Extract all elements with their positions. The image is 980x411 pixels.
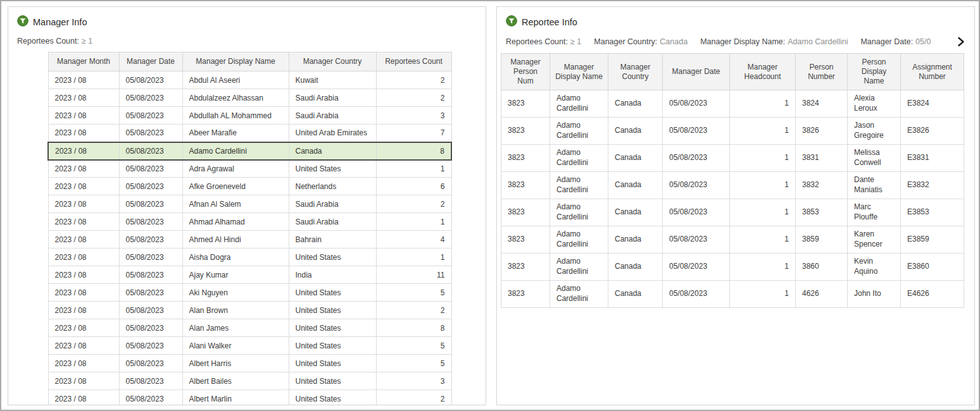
table-cell[interactable]: 2023 / 08 xyxy=(48,355,119,372)
table-cell[interactable]: Alexia Leroux xyxy=(848,90,901,118)
table-cell[interactable]: Afnan Al Salem xyxy=(182,195,289,213)
table-cell[interactable]: Canada xyxy=(608,90,663,118)
table-cell[interactable]: Netherlands xyxy=(289,178,376,195)
table-cell[interactable]: 05/08/2023 xyxy=(119,71,182,89)
table-cell[interactable]: E3859 xyxy=(901,226,964,254)
table-cell[interactable]: 1 xyxy=(730,172,796,199)
table-cell[interactable]: Abdul Al Aseeri xyxy=(182,71,289,89)
table-row-selected[interactable]: 2023 / 0805/08/2023Adamo CardelliniCanad… xyxy=(48,142,451,160)
column-header[interactable]: Manager Date xyxy=(119,52,182,71)
table-row[interactable]: 2023 / 0805/08/2023Aisha DograUnited Sta… xyxy=(48,248,451,266)
table-cell[interactable]: 2023 / 08 xyxy=(48,160,119,178)
table-cell[interactable]: 8 xyxy=(376,142,451,160)
table-cell[interactable]: United States xyxy=(289,284,376,302)
column-header[interactable]: Person Number xyxy=(796,54,848,90)
table-cell[interactable]: Adra Agrawal xyxy=(182,160,289,178)
table-cell[interactable]: 2023 / 08 xyxy=(48,195,119,213)
table-cell[interactable]: 3823 xyxy=(501,254,550,281)
table-cell[interactable]: 2023 / 08 xyxy=(48,71,119,89)
table-cell[interactable]: 3823 xyxy=(501,172,550,199)
table-cell[interactable]: United States xyxy=(289,390,376,406)
filter-manager-country[interactable]: Manager Country: Canada xyxy=(594,37,688,46)
table-cell[interactable]: Adamo Cardellini xyxy=(550,254,608,281)
table-cell[interactable]: 2023 / 08 xyxy=(48,284,119,302)
table-cell[interactable]: 3831 xyxy=(796,145,848,172)
table-cell[interactable]: Afke Groeneveld xyxy=(182,178,289,195)
table-cell[interactable]: 8 xyxy=(376,319,451,337)
table-cell[interactable]: Saudi Arabia xyxy=(289,107,376,125)
table-cell[interactable]: Aki Nguyen xyxy=(182,284,289,302)
table-cell[interactable]: 1 xyxy=(730,145,796,172)
table-cell[interactable]: John Ito xyxy=(848,281,901,308)
table-cell[interactable]: 05/08/2023 xyxy=(119,266,182,284)
table-cell[interactable]: E3824 xyxy=(901,90,964,118)
column-header[interactable]: Manager Display Name xyxy=(550,54,608,90)
filter-manager-date[interactable]: Manager Date: 05/0 xyxy=(860,37,931,46)
table-cell[interactable]: United States xyxy=(289,302,376,319)
table-cell[interactable]: Kevin Aquino xyxy=(848,254,901,281)
table-cell[interactable]: United States xyxy=(289,160,376,178)
table-cell[interactable]: Abeer Marafie xyxy=(182,125,289,142)
table-cell[interactable]: 1 xyxy=(730,199,796,226)
table-cell[interactable]: 4626 xyxy=(796,281,848,308)
table-cell[interactable]: Jason Gregoire xyxy=(848,118,901,145)
table-row[interactable]: 2023 / 0805/08/2023Abdullah AL MohammedS… xyxy=(48,107,451,125)
table-cell[interactable]: 05/08/2023 xyxy=(663,281,730,308)
table-cell[interactable]: Dante Maniatis xyxy=(848,172,901,199)
table-cell[interactable]: 05/08/2023 xyxy=(119,248,182,266)
table-cell[interactable]: 4 xyxy=(376,231,451,248)
table-row[interactable]: 3823Adamo CardelliniCanada05/08/20231382… xyxy=(501,118,964,145)
chevron-right-icon[interactable] xyxy=(957,37,971,47)
table-cell[interactable]: Adamo Cardellini xyxy=(550,281,608,308)
table-cell[interactable]: 05/08/2023 xyxy=(119,390,182,406)
table-cell[interactable]: 7 xyxy=(376,125,451,142)
table-cell[interactable]: 05/08/2023 xyxy=(663,145,730,172)
table-cell[interactable]: India xyxy=(289,266,376,284)
table-cell[interactable]: Canada xyxy=(608,281,663,308)
table-cell[interactable]: 05/08/2023 xyxy=(119,231,182,248)
table-cell[interactable]: Saudi Arabia xyxy=(289,213,376,231)
table-row[interactable]: 2023 / 0805/08/2023Albert MarlinUnited S… xyxy=(48,390,451,406)
table-cell[interactable]: 3 xyxy=(376,372,451,390)
table-cell[interactable]: E3853 xyxy=(901,199,964,226)
table-cell[interactable]: Canada xyxy=(289,142,376,160)
table-cell[interactable]: Adamo Cardellini xyxy=(550,90,608,118)
table-cell[interactable]: 1 xyxy=(730,254,796,281)
table-cell[interactable]: 05/08/2023 xyxy=(663,118,730,145)
table-row[interactable]: 3823Adamo CardelliniCanada05/08/20231382… xyxy=(501,90,964,118)
table-cell[interactable]: 3823 xyxy=(501,118,550,145)
table-cell[interactable]: 5 xyxy=(376,284,451,302)
table-cell[interactable]: E3832 xyxy=(901,172,964,199)
table-row[interactable]: 2023 / 0805/08/2023Alani WalkerUnited St… xyxy=(48,337,451,355)
filter-reportees-count[interactable]: Reportees Count: ≥ 1 xyxy=(17,37,92,46)
table-cell[interactable]: 3823 xyxy=(501,281,550,308)
table-cell[interactable]: 2 xyxy=(376,89,451,107)
table-cell[interactable]: 05/08/2023 xyxy=(119,142,182,160)
table-row[interactable]: 2023 / 0805/08/2023Abdul Al AseeriKuwait… xyxy=(48,71,451,89)
table-cell[interactable]: E3860 xyxy=(901,254,964,281)
column-header[interactable]: Person Display Name xyxy=(848,54,901,90)
table-cell[interactable]: 3826 xyxy=(796,118,848,145)
table-cell[interactable]: Melissa Conwell xyxy=(848,145,901,172)
column-header[interactable]: Assignment Number xyxy=(901,54,964,90)
table-row[interactable]: 2023 / 0805/08/2023Abeer MarafieUnited A… xyxy=(48,125,451,142)
table-cell[interactable]: Ahmed Al Hindi xyxy=(182,231,289,248)
table-cell[interactable]: United States xyxy=(289,355,376,372)
table-cell[interactable]: 05/08/2023 xyxy=(119,213,182,231)
table-row[interactable]: 3823Adamo CardelliniCanada05/08/20231386… xyxy=(501,254,964,281)
table-row[interactable]: 2023 / 0805/08/2023Aki NguyenUnited Stat… xyxy=(48,284,451,302)
table-cell[interactable]: 3 xyxy=(376,107,451,125)
table-row[interactable]: 2023 / 0805/08/2023Albert HarrisUnited S… xyxy=(48,355,451,372)
table-row[interactable]: 2023 / 0805/08/2023Ahmad AlhamadSaudi Ar… xyxy=(48,213,451,231)
table-cell[interactable]: Saudi Arabia xyxy=(289,195,376,213)
table-cell[interactable]: 2 xyxy=(376,390,451,406)
table-row[interactable]: 2023 / 0805/08/2023Ajay KumarIndia11 xyxy=(48,266,451,284)
table-cell[interactable]: Adamo Cardellini xyxy=(550,199,608,226)
table-cell[interactable]: 05/08/2023 xyxy=(119,302,182,319)
table-cell[interactable]: Adamo Cardellini xyxy=(550,118,608,145)
table-cell[interactable]: 05/08/2023 xyxy=(119,160,182,178)
table-cell[interactable]: Canada xyxy=(608,254,663,281)
table-cell[interactable]: Canada xyxy=(608,172,663,199)
filter-manager-display-name[interactable]: Manager Display Name: Adamo Cardellini xyxy=(700,37,848,46)
table-cell[interactable]: 05/08/2023 xyxy=(119,125,182,142)
